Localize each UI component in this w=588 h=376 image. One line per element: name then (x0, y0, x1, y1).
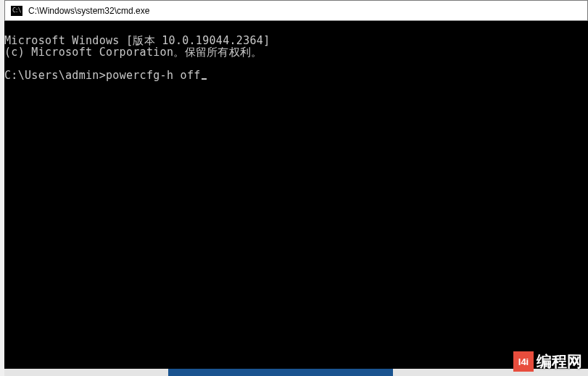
terminal-command: powercfg-h off (106, 69, 201, 82)
window-title: C:\Windows\system32\cmd.exe (28, 6, 149, 16)
cmd-icon: C:\ (11, 6, 22, 16)
terminal-line-copyright: (c) Microsoft Corporation。保留所有权利。 (4, 46, 262, 59)
watermark-logo-icon: l4i (513, 351, 534, 372)
watermark-text: 编程网 (537, 351, 582, 372)
watermark-logo-text: l4i (518, 356, 529, 367)
terminal-output[interactable]: Microsoft Windows [版本 10.0.19044.2364] (… (4, 21, 588, 369)
terminal-prompt: C:\Users\admin> (4, 69, 106, 82)
terminal-prompt-line: C:\Users\admin>powercfg-h off (4, 69, 207, 82)
taskbar-fragment (168, 369, 393, 376)
watermark: l4i 编程网 (513, 351, 582, 372)
terminal-cursor (202, 78, 207, 80)
window-titlebar[interactable]: C:\ C:\Windows\system32\cmd.exe (4, 0, 588, 21)
